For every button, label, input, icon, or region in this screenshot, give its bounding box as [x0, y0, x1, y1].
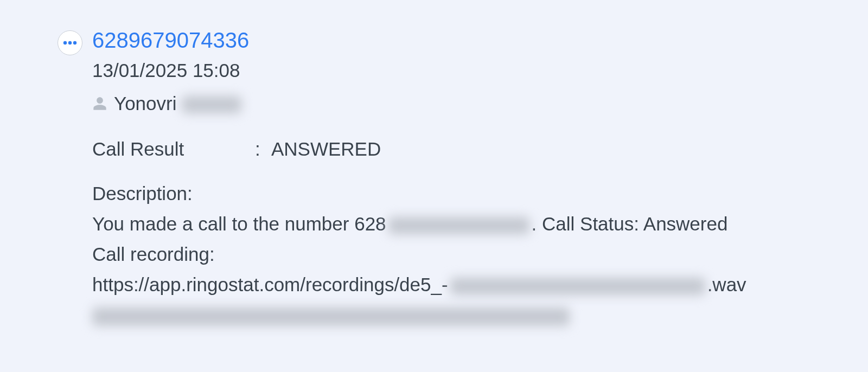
description-line-1-post: . Call Status: Answered: [532, 213, 728, 234]
url-id-redacted: [450, 278, 705, 295]
description-line-1: You made a call to the number 628. Call …: [92, 209, 814, 239]
description-line-4-redacted: [92, 301, 814, 330]
author-row: Yonovri: [92, 89, 814, 118]
call-result-row: Call Result : ANSWERED: [92, 135, 814, 164]
phone-number-link[interactable]: 6289679074336: [92, 27, 249, 53]
svg-point-2: [73, 41, 76, 44]
person-icon: [92, 95, 107, 112]
call-result-label: Call Result: [92, 135, 255, 164]
svg-point-0: [63, 41, 67, 44]
description-line-3: https://app.ringostat.com/recordings/de5…: [92, 270, 814, 299]
call-result-separator: :: [255, 135, 271, 164]
author-last-name-redacted: [182, 96, 241, 113]
description-line-1-pre: You made a call to the number 628: [92, 213, 386, 234]
token-redacted: [92, 307, 570, 326]
description-block: Description: You made a call to the numb…: [92, 179, 814, 330]
recording-url-post: .wav: [707, 274, 746, 295]
description-heading: Description:: [92, 179, 814, 208]
description-line-2: Call recording:: [92, 240, 814, 269]
more-menu-button[interactable]: [58, 30, 82, 55]
phone-redacted: [388, 217, 529, 234]
svg-point-1: [68, 41, 72, 44]
call-result-value: ANSWERED: [271, 135, 381, 164]
call-record-card: 6289679074336 13/01/2025 15:08 Yonovri C…: [0, 0, 868, 358]
author-name: Yonovri: [114, 89, 241, 118]
timestamp: 13/01/2025 15:08: [92, 56, 814, 85]
more-horizontal-icon: [63, 41, 77, 45]
recording-url-pre: https://app.ringostat.com/recordings/de5…: [92, 274, 448, 295]
author-first-name: Yonovri: [114, 93, 176, 114]
